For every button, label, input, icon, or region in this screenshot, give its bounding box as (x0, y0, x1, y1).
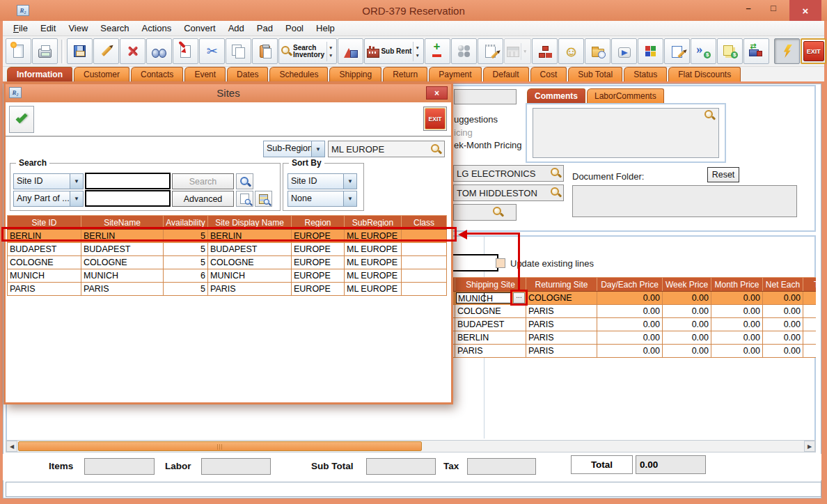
shapes-button[interactable] (338, 38, 363, 64)
tab-labor-comments[interactable]: LaborComments (587, 88, 664, 103)
class-cell[interactable] (402, 256, 447, 269)
tab-default[interactable]: Default (483, 67, 529, 81)
column-header[interactable]: Availability (164, 216, 208, 230)
comments-textarea[interactable] (533, 108, 719, 158)
class-cell[interactable] (402, 243, 447, 256)
day-price-cell[interactable]: 0.00 (597, 318, 663, 331)
tax-field[interactable] (467, 458, 536, 475)
table-search-icon-button[interactable] (255, 191, 272, 207)
calendar-button[interactable]: ▼ (504, 38, 531, 64)
subregion-cell[interactable]: ML EUROPE (345, 256, 402, 269)
week-price-cell[interactable]: 0.00 (663, 331, 711, 345)
group-items-button[interactable] (451, 38, 477, 64)
column-header[interactable]: Month Price (711, 278, 763, 292)
scrollbar-left-arrow[interactable]: ◀ (6, 441, 17, 452)
reset-button[interactable]: Reset (707, 167, 739, 182)
subregion-cell[interactable]: ML EUROPE (345, 243, 402, 256)
site-id-cell[interactable]: BUDAPEST (8, 243, 81, 256)
browse-button[interactable]: ... (513, 292, 525, 304)
shipping-site-cell[interactable]: BERLIN (455, 331, 526, 345)
scrollbar-thumb[interactable] (18, 441, 422, 451)
org-chart-button[interactable] (532, 38, 558, 64)
add-remove-button[interactable] (425, 38, 450, 64)
table-row[interactable]: MUNICH ... COLOGNE 0.00 0.00 0.00 0.00 (450, 292, 817, 305)
display-name-cell[interactable]: MUNICH (208, 269, 292, 283)
shipping-site-cell[interactable]: MUNICH ... (455, 292, 526, 305)
search-field-select[interactable]: Site ID ▼ (13, 173, 84, 189)
column-header[interactable]: Net Each (763, 278, 803, 292)
column-header[interactable]: Site ID (8, 216, 81, 230)
returning-site-cell[interactable]: PARIS (526, 331, 597, 345)
day-price-cell[interactable]: 0.00 (597, 292, 663, 305)
subtotal-field[interactable] (366, 458, 436, 475)
region-cell[interactable]: EUROPE (292, 269, 345, 283)
display-name-cell[interactable]: COLOGNE (208, 256, 292, 269)
returning-site-cell[interactable]: PARIS (526, 305, 597, 318)
sites-table-row[interactable]: BUDAPEST BUDAPEST 5 BUDAPEST EUROPE ML E… (8, 243, 447, 256)
subregion-cell[interactable]: ML EUROPE (345, 283, 402, 296)
availability-cell[interactable]: 5 (164, 230, 208, 243)
menu-item-edit[interactable]: Edit (34, 22, 62, 35)
site-id-cell[interactable]: MUNICH (8, 269, 81, 283)
column-header[interactable]: Week Price (663, 278, 711, 292)
column-header[interactable]: Day/Each Price (597, 278, 663, 292)
total-cell[interactable] (803, 292, 817, 305)
class-cell[interactable] (402, 283, 447, 296)
transfer-button[interactable] (173, 38, 198, 64)
total-field[interactable]: 0.00 (636, 455, 706, 474)
cut-button[interactable]: ✂ (199, 38, 225, 64)
column-header[interactable]: Class (402, 216, 447, 230)
returning-site-cell[interactable]: PARIS (526, 345, 597, 358)
class-cell[interactable] (402, 230, 447, 243)
subregion-select[interactable]: Sub-Region ▼ (263, 141, 325, 157)
copy-button[interactable] (226, 38, 251, 64)
search-input[interactable] (85, 173, 171, 189)
region-cell[interactable]: EUROPE (292, 256, 345, 269)
inventory-blocks-button[interactable] (638, 38, 663, 64)
horizontal-scrollbar[interactable]: ◀ ▶ (6, 440, 816, 452)
menu-item-convert[interactable]: Convert (178, 22, 222, 35)
shipping-site-cell[interactable]: BUDAPEST (455, 318, 526, 331)
shipping-site-cell[interactable]: PARIS (455, 345, 526, 358)
minimize-button[interactable]: – (738, 0, 759, 15)
search-inventory-button[interactable]: Search Inventory ▼▼ (278, 38, 337, 64)
menu-item-help[interactable]: Help (310, 22, 341, 35)
day-price-cell[interactable]: 0.00 (597, 305, 663, 318)
find-button[interactable] (146, 38, 172, 64)
net-each-cell[interactable]: 0.00 (763, 292, 803, 305)
dialog-close-button[interactable]: × (426, 86, 448, 100)
billing-button[interactable]: $ (717, 38, 743, 64)
column-header[interactable]: Tot (803, 278, 817, 292)
week-price-cell[interactable]: 0.00 (663, 345, 711, 358)
history-folder-button[interactable] (585, 38, 611, 64)
week-price-cell[interactable]: 0.00 (663, 318, 711, 331)
tab-sub-total[interactable]: Sub Total (568, 67, 622, 81)
advanced-input[interactable] (85, 190, 171, 207)
update-existing-lines-checkbox[interactable] (496, 258, 505, 268)
month-price-cell[interactable]: 0.00 (711, 318, 763, 331)
region-cell[interactable]: EUROPE (292, 230, 345, 243)
tab-return[interactable]: Return (383, 67, 427, 81)
site-name-cell[interactable]: COLOGNE (81, 256, 164, 269)
sites-table-row[interactable]: MUNICH MUNICH 6 MUNICH EUROPE ML EUROPE (8, 269, 447, 283)
shortcut-button[interactable] (611, 38, 637, 64)
net-each-cell[interactable]: 0.00 (763, 305, 803, 318)
display-name-cell[interactable]: BERLIN (208, 230, 292, 243)
month-price-cell[interactable]: 0.00 (711, 292, 763, 305)
month-price-cell[interactable]: 0.00 (711, 305, 763, 318)
display-name-cell[interactable]: BUDAPEST (208, 243, 292, 256)
paste-button[interactable] (252, 38, 278, 64)
month-price-cell[interactable]: 0.00 (711, 345, 763, 358)
tab-payment[interactable]: Payment (429, 67, 481, 81)
site-id-cell[interactable]: BERLIN (8, 230, 81, 243)
dialog-exit-button[interactable]: EXIT (423, 107, 447, 131)
tab-event[interactable]: Event (184, 67, 226, 81)
customer-field[interactable]: LG ELECTRONICS (453, 165, 564, 182)
menu-item-view[interactable]: View (62, 22, 94, 35)
net-each-cell[interactable]: 0.00 (763, 345, 803, 358)
quick-action-button[interactable] (774, 38, 800, 64)
total-cell[interactable] (803, 318, 817, 331)
column-header[interactable]: Returning Site (526, 278, 597, 292)
contacts-button[interactable]: ☺ (558, 38, 584, 64)
match-type-select[interactable]: Any Part of ... ▼ (13, 191, 84, 207)
